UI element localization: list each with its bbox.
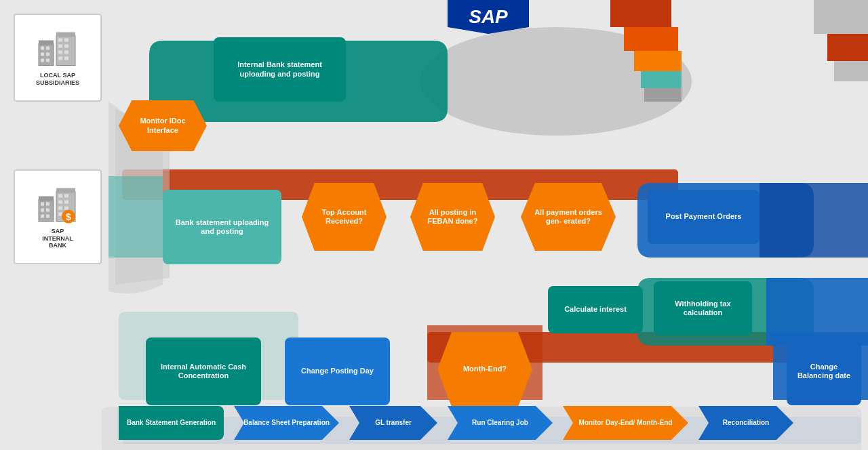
svg-rect-29: [64, 57, 68, 60]
svg-rect-21: [46, 59, 50, 62]
withholding-tax-shape[interactable]: Withholding tax calculation: [654, 281, 752, 335]
svg-rect-5: [624, 27, 678, 51]
svg-rect-8: [644, 88, 682, 102]
svg-rect-7: [641, 71, 682, 88]
monitor-day-end-shape[interactable]: Monitor Day-End/ Month-End: [563, 406, 688, 440]
svg-rect-38: [41, 214, 44, 218]
svg-rect-46: [58, 212, 62, 216]
svg-rect-18: [41, 53, 44, 56]
svg-rect-40: [58, 194, 62, 197]
top-account-shape[interactable]: Top Account Received?: [302, 183, 387, 251]
svg-rect-41: [64, 194, 68, 197]
svg-rect-27: [64, 51, 68, 54]
svg-rect-39: [46, 214, 50, 218]
svg-rect-42: [58, 200, 62, 203]
svg-rect-9: [814, 0, 868, 34]
svg-rect-23: [64, 39, 68, 42]
svg-rect-15: [56, 33, 75, 37]
svg-rect-36: [41, 208, 44, 211]
monitor-idoc-shape[interactable]: Monitor IDoc Interface: [119, 100, 207, 151]
gl-transfer-shape[interactable]: GL transfer: [349, 406, 437, 440]
svg-rect-35: [46, 202, 50, 205]
reconciliation-shape[interactable]: Reconciliation: [698, 406, 793, 440]
building-icon-internal: $: [37, 184, 78, 225]
month-end-shape[interactable]: Month-End?: [437, 332, 532, 407]
internal-bank-statement-shape[interactable]: Internal Bank statement uploading and po…: [214, 37, 346, 102]
sap-logo: SAP: [448, 0, 529, 34]
svg-point-3: [420, 27, 692, 136]
svg-text:$: $: [66, 211, 71, 222]
entity-local-sap: LOCAL SAP SUBSIDIARIES: [14, 14, 102, 102]
svg-rect-10: [827, 34, 868, 61]
svg-rect-11: [834, 61, 868, 81]
svg-rect-17: [46, 47, 50, 50]
svg-rect-33: [56, 188, 75, 192]
all-payment-orders-shape[interactable]: All payment orders gen- erated?: [521, 183, 616, 251]
svg-rect-20: [41, 59, 44, 62]
svg-rect-19: [46, 53, 50, 56]
bank-statement-upload-shape[interactable]: Bank statement uploading and posting: [163, 190, 281, 264]
run-clearing-job-shape[interactable]: Run Clearing Job: [448, 406, 553, 440]
svg-rect-16: [41, 47, 44, 50]
svg-rect-24: [58, 45, 62, 48]
local-sap-label: LOCAL SAP SUBSIDIARIES: [36, 72, 79, 87]
post-payment-orders-shape[interactable]: Post Payment Orders: [648, 190, 760, 244]
svg-rect-25: [64, 45, 68, 48]
change-posting-day-shape[interactable]: Change Posting Day: [285, 338, 390, 405]
svg-rect-34: [41, 202, 44, 205]
diagram-container: SAP LOCAL SAP: [0, 0, 868, 450]
svg-rect-31: [39, 196, 54, 201]
entity-sap-internal-bank: $ SAP INTERNAL BANK: [14, 169, 102, 264]
svg-rect-26: [58, 51, 62, 54]
svg-rect-37: [46, 208, 50, 211]
svg-rect-6: [634, 51, 682, 71]
svg-rect-28: [58, 57, 62, 60]
svg-rect-43: [64, 200, 68, 203]
svg-rect-4: [610, 0, 671, 27]
bank-statement-gen-shape[interactable]: Bank Statement Generation: [119, 406, 224, 440]
calculate-interest-shape[interactable]: Calculate interest: [548, 286, 643, 333]
internal-auto-cash-shape[interactable]: Internal Automatic Cash Concentration: [146, 338, 261, 405]
svg-rect-44: [58, 206, 62, 209]
change-balancing-date-shape[interactable]: Change Balancing date: [787, 338, 861, 405]
svg-rect-13: [39, 41, 54, 45]
svg-rect-22: [58, 39, 62, 42]
internal-bank-label: SAP INTERNAL BANK: [42, 228, 73, 249]
svg-rect-45: [64, 206, 68, 209]
building-icon-local: [37, 28, 78, 69]
all-posting-feban-shape[interactable]: All posting in FEBAN done?: [410, 183, 495, 251]
balance-sheet-shape[interactable]: Balance Sheet Preparation: [234, 406, 339, 440]
